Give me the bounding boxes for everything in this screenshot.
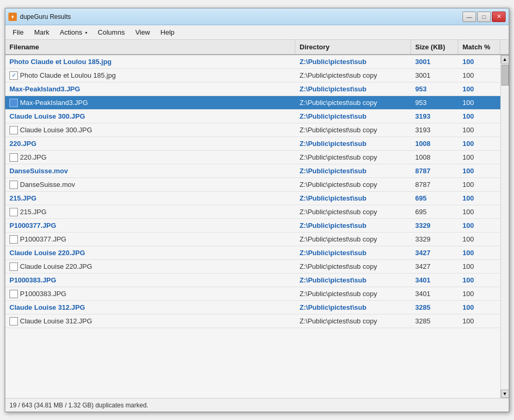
scroll-down-button[interactable]: ▼ bbox=[501, 390, 509, 398]
cell-size: 3285 bbox=[411, 302, 458, 313]
filename-text: Claude Louise 312.JPG bbox=[20, 317, 92, 325]
main-window: ♦ dupeGuru Results — □ ✕ File Mark Actio… bbox=[5, 8, 509, 412]
row-checkbox[interactable] bbox=[9, 262, 18, 271]
scrollbar-thumb-area[interactable] bbox=[501, 64, 509, 390]
filename-text: Photo Claude et Loulou 185.jpg bbox=[9, 58, 111, 66]
vertical-scrollbar[interactable]: ▲ ▼ bbox=[500, 55, 509, 398]
minimize-button[interactable]: — bbox=[462, 12, 476, 22]
menu-file[interactable]: File bbox=[7, 26, 29, 38]
col-header-filename[interactable]: Filename bbox=[5, 40, 295, 54]
table-row[interactable]: Claude Louise 312.JPGZ:\Public\pictest\s… bbox=[5, 301, 500, 314]
table-row[interactable]: Photo Claude et Loulou 185.jpgZ:\Public\… bbox=[5, 55, 500, 69]
cell-match: 100 bbox=[458, 316, 500, 327]
row-checkbox[interactable]: ✓ bbox=[9, 71, 18, 80]
cell-filename: Claude Louise 312.JPG bbox=[5, 316, 295, 327]
row-checkbox[interactable] bbox=[9, 153, 18, 162]
maximize-button[interactable]: □ bbox=[477, 12, 491, 22]
filename-text: 215.JPG bbox=[9, 194, 36, 202]
table-row[interactable]: P1000377.JPGZ:\Public\pictest\sub copy33… bbox=[5, 233, 500, 246]
cell-size: 3427 bbox=[411, 247, 458, 258]
table-row[interactable]: Claude Louise 220.JPGZ:\Public\pictest\s… bbox=[5, 260, 500, 274]
cell-size: 8787 bbox=[411, 179, 458, 190]
scrollbar-thumb[interactable] bbox=[501, 65, 509, 86]
filename-text: P1000383.JPG bbox=[9, 276, 56, 284]
menu-actions[interactable]: Actions ▾ bbox=[55, 26, 92, 38]
cell-size: 953 bbox=[411, 97, 458, 108]
filename-text: P1000377.JPG bbox=[9, 222, 56, 229]
table-row[interactable]: DanseSuisse.movZ:\Public\pictest\sub cop… bbox=[5, 178, 500, 192]
table-row[interactable]: P1000383.JPGZ:\Public\pictest\sub copy34… bbox=[5, 287, 500, 301]
table-row[interactable]: 215.JPGZ:\Public\pictest\sub695100 bbox=[5, 192, 500, 205]
row-checkbox[interactable] bbox=[9, 208, 18, 216]
table-row[interactable]: Claude Louise 300.JPGZ:\Public\pictest\s… bbox=[5, 123, 500, 137]
table-row[interactable]: DanseSuisse.movZ:\Public\pictest\sub8787… bbox=[5, 164, 500, 178]
scroll-up-button[interactable]: ▲ bbox=[501, 55, 509, 64]
col-header-size[interactable]: Size (KB) bbox=[411, 40, 458, 54]
cell-filename: Claude Louise 300.JPG bbox=[5, 111, 295, 122]
filename-text: Claude Louise 220.JPG bbox=[20, 262, 92, 270]
cell-filename: P1000377.JPG bbox=[5, 220, 295, 231]
cell-size: 3001 bbox=[411, 56, 458, 67]
col-header-match[interactable]: Match % bbox=[458, 40, 500, 54]
cell-directory: Z:\Public\pictest\sub copy bbox=[295, 234, 411, 245]
cell-filename: P1000383.JPG bbox=[5, 275, 295, 286]
table-row[interactable]: Claude Louise 312.JPGZ:\Public\pictest\s… bbox=[5, 314, 500, 328]
table-row[interactable]: P1000383.JPGZ:\Public\pictest\sub3401100 bbox=[5, 274, 500, 287]
filename-text: Claude Louise 300.JPG bbox=[20, 126, 92, 134]
menu-help[interactable]: Help bbox=[155, 26, 180, 38]
filename-text: P1000377.JPG bbox=[20, 235, 66, 243]
cell-filename: 220.JPG bbox=[5, 152, 295, 163]
filename-text: P1000383.JPG bbox=[20, 290, 66, 298]
cell-directory: Z:\Public\pictest\sub bbox=[295, 83, 411, 94]
table-row[interactable]: 220.JPGZ:\Public\pictest\sub1008100 bbox=[5, 137, 500, 151]
row-checkbox[interactable] bbox=[9, 99, 18, 107]
filename-text: 220.JPG bbox=[9, 140, 36, 148]
cell-directory: Z:\Public\pictest\sub bbox=[295, 302, 411, 313]
cell-size: 953 bbox=[411, 83, 458, 94]
close-button[interactable]: ✕ bbox=[492, 12, 506, 22]
cell-filename: Claude Louise 300.JPG bbox=[5, 124, 295, 136]
cell-match: 100 bbox=[458, 261, 500, 272]
table-row[interactable]: Claude Louise 220.JPGZ:\Public\pictest\s… bbox=[5, 246, 500, 260]
scroll-area: Photo Claude et Loulou 185.jpgZ:\Public\… bbox=[5, 55, 509, 398]
table-row[interactable]: Max-PeakIsland3.JPGZ:\Public\pictest\sub… bbox=[5, 82, 500, 96]
menu-columns[interactable]: Columns bbox=[92, 26, 130, 38]
filename-text: Max-PeakIsland3.JPG bbox=[9, 85, 80, 93]
cell-match: 100 bbox=[458, 83, 500, 94]
table-row[interactable]: Claude Louise 300.JPGZ:\Public\pictest\s… bbox=[5, 110, 500, 123]
cell-size: 1008 bbox=[411, 138, 458, 149]
row-checkbox[interactable] bbox=[9, 126, 18, 134]
titlebar: ♦ dupeGuru Results — □ ✕ bbox=[5, 8, 509, 25]
cell-match: 100 bbox=[458, 70, 500, 81]
cell-size: 3329 bbox=[411, 220, 458, 231]
row-checkbox[interactable] bbox=[9, 317, 18, 326]
cell-match: 100 bbox=[458, 152, 500, 163]
cell-directory: Z:\Public\pictest\sub copy bbox=[295, 70, 411, 81]
menu-mark[interactable]: Mark bbox=[29, 26, 55, 38]
cell-match: 100 bbox=[458, 179, 500, 190]
cell-directory: Z:\Public\pictest\sub bbox=[295, 275, 411, 286]
cell-size: 1008 bbox=[411, 152, 458, 163]
table-row[interactable]: P1000377.JPGZ:\Public\pictest\sub3329100 bbox=[5, 219, 500, 233]
table-row[interactable]: Max-PeakIsland3.JPGZ:\Public\pictest\sub… bbox=[5, 96, 500, 110]
cell-match: 100 bbox=[458, 275, 500, 286]
cell-filename: 215.JPG bbox=[5, 206, 295, 218]
titlebar-left: ♦ dupeGuru Results bbox=[8, 13, 71, 21]
row-checkbox[interactable] bbox=[9, 290, 18, 298]
cell-match: 100 bbox=[458, 138, 500, 149]
table-row[interactable]: 215.JPGZ:\Public\pictest\sub copy695100 bbox=[5, 205, 500, 219]
col-header-directory[interactable]: Directory bbox=[295, 40, 411, 54]
cell-directory: Z:\Public\pictest\sub copy bbox=[295, 124, 411, 135]
cell-size: 3285 bbox=[411, 316, 458, 327]
row-checkbox[interactable] bbox=[9, 181, 18, 189]
cell-filename: ✓Photo Claude et Loulou 185.jpg bbox=[5, 70, 295, 81]
table-row[interactable]: 220.JPGZ:\Public\pictest\sub copy1008100 bbox=[5, 151, 500, 164]
table-row[interactable]: ✓Photo Claude et Loulou 185.jpgZ:\Public… bbox=[5, 69, 500, 82]
cell-size: 695 bbox=[411, 193, 458, 204]
cell-filename: DanseSuisse.mov bbox=[5, 165, 295, 176]
filename-text: Claude Louise 220.JPG bbox=[9, 249, 85, 257]
cell-filename: Claude Louise 220.JPG bbox=[5, 247, 295, 258]
table-body[interactable]: Photo Claude et Loulou 185.jpgZ:\Public\… bbox=[5, 55, 500, 398]
row-checkbox[interactable] bbox=[9, 235, 18, 244]
menu-view[interactable]: View bbox=[130, 26, 155, 38]
